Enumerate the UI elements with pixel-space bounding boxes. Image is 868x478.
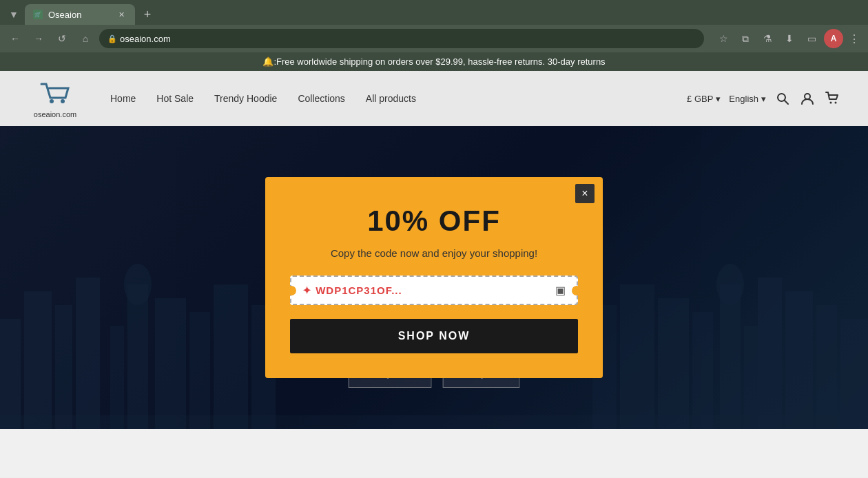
coupon-box: ✦ WDP1CP31OF... ▣ [290,276,578,305]
currency-label: £ GBP [687,94,713,104]
nav-hot-sale[interactable]: Hot Sale [156,93,194,104]
nav-collections[interactable]: Collections [298,93,344,104]
site-header: oseaion.com Home Hot Sale Trendy Hoodie … [0,71,868,126]
extensions-btn[interactable]: ⧉ [736,29,755,48]
ticket-perf-left [287,286,296,295]
menu-btn[interactable]: ⋮ [846,32,862,45]
nav-all-products[interactable]: All products [366,93,416,104]
cast-btn[interactable]: ▭ [802,29,821,48]
profile-btn[interactable]: A [824,29,843,48]
svg-point-5 [830,102,832,104]
home-btn[interactable]: ⌂ [76,29,95,48]
svg-point-0 [50,99,54,103]
tab-list-btn[interactable]: ▼ [6,6,22,23]
forward-btn[interactable]: → [29,29,48,48]
logo[interactable]: oseaion.com [28,79,83,118]
nav-home[interactable]: Home [110,93,136,104]
browser-tab[interactable]: 🛒 Oseaion ✕ [25,4,135,25]
back-btn[interactable]: ← [6,29,25,48]
nav-trendy-hoodie[interactable]: Trendy Hoodie [214,93,277,104]
discount-modal: × 10% OFF Copy the code now and enjoy yo… [265,177,603,378]
secure-icon: 🔒 [107,34,117,43]
coupon-copy-btn[interactable]: ▣ [555,284,566,297]
svg-point-1 [61,99,65,103]
logo-text: oseaion.com [34,110,76,118]
bookmark-btn[interactable]: ☆ [714,29,733,48]
address-input[interactable]: 🔒 oseaion.com [99,29,704,48]
browser-chrome: ▼ 🛒 Oseaion ✕ + ← → ↺ ⌂ 🔒 oseaion.com ☆ … [0,0,868,52]
save-btn[interactable]: ⬇ [780,29,799,48]
url-display: oseaion.com [120,34,171,44]
modal-title: 10% OFF [290,205,578,238]
modal-close-btn[interactable]: × [575,184,595,203]
svg-line-3 [785,101,789,105]
account-icon[interactable] [799,90,816,107]
header-right: £ GBP ▾ English ▾ [687,90,840,107]
shop-now-btn[interactable]: SHOP NOW [290,319,578,353]
ticket-perf-right [572,286,581,295]
modal-overlay: × 10% OFF Copy the code now and enjoy yo… [0,126,868,429]
address-bar-row: ← → ↺ ⌂ 🔒 oseaion.com ☆ ⧉ ⚗ ⬇ ▭ A ⋮ [0,25,868,52]
tab-title: Oseaion [48,10,81,20]
search-icon[interactable] [774,90,791,107]
svg-point-4 [805,94,810,99]
modal-subtitle: Copy the code now and enjoy your shoppin… [290,247,578,259]
tab-bar: ▼ 🛒 Oseaion ✕ + [0,0,868,25]
language-selector[interactable]: English ▾ [729,94,766,104]
announcement-bar: 🔔:Free worldwide shipping on orders over… [0,52,868,71]
coupon-code: ✦ WDP1CP31OF... [302,284,550,297]
announcement-text: 🔔:Free worldwide shipping on orders over… [262,56,605,67]
browser-actions: ☆ ⧉ ⚗ ⬇ ▭ A ⋮ [714,29,862,48]
chrome-labs-btn[interactable]: ⚗ [758,29,777,48]
currency-selector[interactable]: £ GBP ▾ [687,94,721,104]
new-tab-btn[interactable]: + [138,5,157,24]
language-chevron: ▾ [761,94,766,104]
main-nav: Home Hot Sale Trendy Hoodie Collections … [110,93,659,104]
website: 🔔:Free worldwide shipping on orders over… [0,52,868,478]
logo-icon [38,79,72,109]
refresh-btn[interactable]: ↺ [52,29,72,48]
svg-point-6 [835,102,837,104]
currency-chevron: ▾ [716,94,721,104]
language-label: English [729,94,758,104]
cart-icon[interactable] [824,90,840,107]
tab-favicon: 🛒 [33,10,43,19]
tab-close-btn[interactable]: ✕ [116,9,127,20]
hero-section: Shop this Shop all × 10% OFF Copy the co… [0,126,868,429]
